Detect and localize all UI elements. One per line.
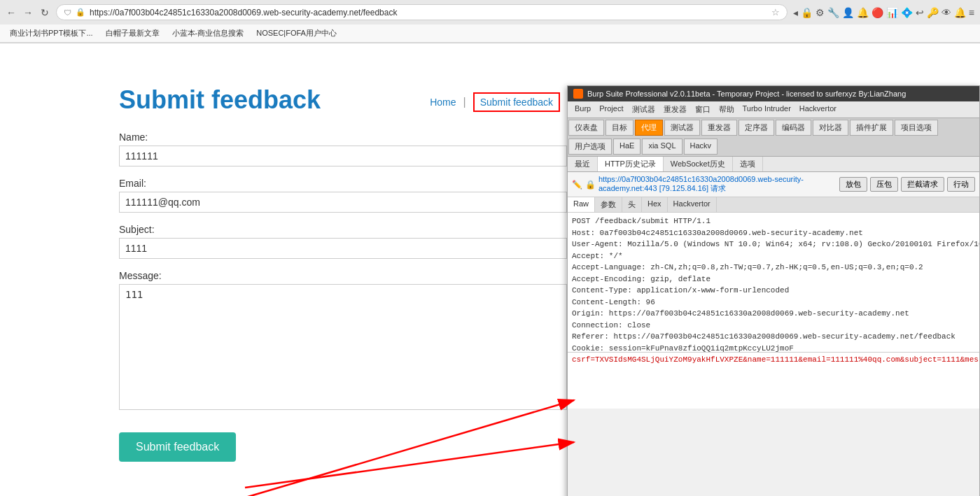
home-nav-link[interactable]: Home: [430, 97, 456, 108]
burp-menu-burp[interactable]: Burp: [570, 103, 595, 116]
burp-menu-repeater[interactable]: 重发器: [659, 103, 691, 116]
ext-icon-2[interactable]: ⚙: [816, 7, 825, 18]
burp-tab-tester[interactable]: 测试器: [664, 120, 700, 136]
burp-tab-proxy[interactable]: 代理: [635, 120, 663, 136]
name-input[interactable]: [119, 146, 567, 166]
burp-menu-hackvertor[interactable]: Hackvertor: [795, 103, 841, 116]
ext-icon-5[interactable]: 🔔: [857, 7, 869, 18]
ext-icon-11[interactable]: 👁: [941, 7, 951, 18]
burp-subtab-http-history[interactable]: HTTP历史记录: [598, 157, 664, 171]
message-label: Message:: [119, 270, 567, 281]
url-text: https://0a7f003b04c24851c16330a2008d0069…: [90, 8, 397, 17]
ext-icon-8[interactable]: 💠: [901, 7, 913, 18]
star-icon[interactable]: ☆: [771, 7, 780, 17]
burp-menu-window[interactable]: 窗口: [691, 103, 715, 116]
ext-icon-7[interactable]: 📊: [886, 7, 898, 18]
burp-req-tab-raw[interactable]: Raw: [568, 197, 595, 212]
burp-csrf-line: csrf=TXVSIdsMG4SLjQuiYZoM9yakHfLVXPZE&na…: [568, 353, 979, 409]
release-packet-button[interactable]: 放包: [839, 177, 867, 192]
bookmark-1[interactable]: 商业计划书PPT模板下...: [6, 27, 97, 40]
request-line-1: POST /feedback/submit HTTP/1.1: [572, 215, 975, 227]
burp-menu-turbo[interactable]: Turbo Intruder: [738, 103, 795, 116]
burp-subtab-recent[interactable]: 最近: [568, 157, 598, 171]
ext-icon-9[interactable]: ↩: [916, 7, 924, 18]
burp-subtabs: 最近 HTTP历史记录 WebSocket历史 选项: [568, 157, 979, 172]
burp-menu-project[interactable]: Project: [595, 103, 627, 116]
burp-tab-sequencer[interactable]: 定序器: [738, 120, 774, 136]
burp-request-tabs: Raw 参数 头 Hex Hackvertor: [568, 197, 979, 213]
submit-feedback-nav-link[interactable]: Submit feedback: [473, 92, 560, 112]
ext-icon-12[interactable]: 🔔: [954, 7, 966, 18]
back-nav-icon[interactable]: ◂: [793, 7, 798, 18]
request-line-12: Cookie: session=kFuPnav8zfioQQ1iq2mtpKcc…: [572, 343, 975, 353]
bookmark-4[interactable]: NOSEC|FOFA用户中心: [252, 27, 341, 40]
request-line-5: Accept-Language: zh-CN,zh;q=0.8,zh-TW;q=…: [572, 262, 975, 274]
name-label: Name:: [119, 132, 567, 143]
ext-icon-6[interactable]: 🔴: [872, 7, 883, 18]
burp-tab-hae[interactable]: HaE: [613, 139, 640, 155]
burp-tab-extender[interactable]: 插件扩展: [850, 120, 893, 136]
csrf-data: csrf=TXVSIdsMG4SLjQuiYZoM9yakHfLVXPZE&na…: [572, 355, 975, 364]
burp-suite-panel: Burp Suite Professional v2.0.11beta - Te…: [567, 85, 980, 496]
burp-menu-tester[interactable]: 测试器: [628, 103, 659, 116]
burp-titlebar: Burp Suite Professional v2.0.11beta - Te…: [568, 86, 979, 101]
burp-req-tab-hackvertor[interactable]: Hackvertor: [668, 197, 717, 212]
burp-subtab-websocket-history[interactable]: WebSocket历史: [664, 157, 733, 171]
toolbar-icons: ◂ 🔒 ⚙ 🔧 👤 🔔 🔴 📊 💠 ↩ 🔑 👁 🔔 ≡: [793, 7, 974, 18]
ext-icon-4[interactable]: 👤: [842, 7, 854, 18]
burp-main-tabs: 仪表盘 目标 代理 测试器 重发器 定序器 编码器 对比器 插件扩展 项目选项 …: [568, 118, 979, 157]
email-input[interactable]: [119, 192, 567, 213]
burp-title: Burp Suite Professional v2.0.11beta - Te…: [587, 90, 906, 98]
message-textarea[interactable]: 111: [119, 284, 567, 410]
burp-tab-project-options[interactable]: 项目选项: [895, 120, 938, 136]
burp-tab-decoder[interactable]: 编码器: [776, 120, 811, 136]
forward-button[interactable]: →: [22, 7, 34, 18]
burp-address-text: https://0a7f003b04c24851c16330a2008d0069…: [598, 175, 836, 194]
burp-tab-user-options[interactable]: 用户选项: [568, 139, 612, 155]
request-line-10: Connection: close: [572, 320, 975, 332]
burp-logo-icon: [573, 89, 583, 99]
burp-menu-help[interactable]: 帮助: [715, 103, 738, 116]
burp-tab-dashboard[interactable]: 仪表盘: [568, 120, 604, 136]
ext-icon-1[interactable]: 🔒: [801, 7, 813, 18]
burp-tab-hackv[interactable]: Hackv: [684, 139, 718, 155]
browser-toolbar: ← → ↻ 🛡 🔒 https://0a7f003b04c24851c16330…: [0, 0, 980, 24]
burp-tab-target[interactable]: 目标: [606, 120, 634, 136]
bookmarks-bar: 商业计划书PPT模板下... 白帽子最新文章 小蓝本-商业信息搜索 NOSEC|…: [0, 24, 980, 43]
burp-tab-xiasql[interactable]: xia SQL: [642, 139, 682, 155]
burp-request-content[interactable]: POST /feedback/submit HTTP/1.1 Host: 0a7…: [568, 213, 979, 353]
burp-address-bar: ✏️ 🔒 https://0a7f003b04c24851c16330a2008…: [568, 172, 979, 197]
compress-packet-button[interactable]: 压包: [870, 177, 898, 192]
action-button[interactable]: 行动: [947, 177, 975, 192]
email-field-group: Email:: [119, 178, 567, 213]
subject-input[interactable]: [119, 238, 567, 259]
request-line-7: Content-Type: application/x-www-form-url…: [572, 285, 975, 297]
reload-button[interactable]: ↻: [39, 7, 50, 18]
burp-req-tab-hex[interactable]: Hex: [642, 197, 668, 212]
ext-icon-10[interactable]: 🔑: [927, 7, 939, 18]
url-bar[interactable]: 🛡 🔒 https://0a7f003b04c24851c16330a2008d…: [56, 4, 788, 20]
intercept-request-button[interactable]: 拦截请求: [901, 177, 944, 192]
burp-req-tab-params[interactable]: 参数: [595, 197, 622, 212]
shield-icon: 🛡: [64, 8, 71, 17]
browser-chrome: ← → ↻ 🛡 🔒 https://0a7f003b04c24851c16330…: [0, 0, 980, 43]
bookmark-3[interactable]: 小蓝本-商业信息搜索: [168, 27, 248, 40]
subject-field-group: Subject:: [119, 224, 567, 259]
burp-action-buttons: 放包 压包 拦截请求 行动: [839, 177, 975, 192]
back-button[interactable]: ←: [6, 7, 17, 18]
email-label: Email:: [119, 178, 567, 189]
request-line-2: Host: 0a7f003b04c24851c16330a2008d0069.w…: [572, 227, 975, 239]
burp-tab-repeater[interactable]: 重发器: [701, 120, 737, 136]
burp-subtab-options[interactable]: 选项: [733, 157, 763, 171]
burp-tab-comparer[interactable]: 对比器: [813, 120, 848, 136]
bookmark-2[interactable]: 白帽子最新文章: [102, 27, 164, 40]
request-line-6: Accept-Encoding: gzip, deflate: [572, 274, 975, 285]
message-field-group: Message: 111: [119, 270, 567, 413]
request-line-9: Origin: https://0a7f003b04c24851c16330a2…: [572, 308, 975, 320]
menu-icon[interactable]: ≡: [969, 7, 974, 18]
burp-req-tab-headers[interactable]: 头: [622, 197, 642, 212]
ext-icon-3[interactable]: 🔧: [827, 7, 839, 18]
submit-feedback-button[interactable]: Submit feedback: [119, 432, 236, 462]
request-line-8: Content-Length: 96: [572, 297, 975, 309]
site-nav: Home | Submit feedback: [0, 85, 574, 126]
